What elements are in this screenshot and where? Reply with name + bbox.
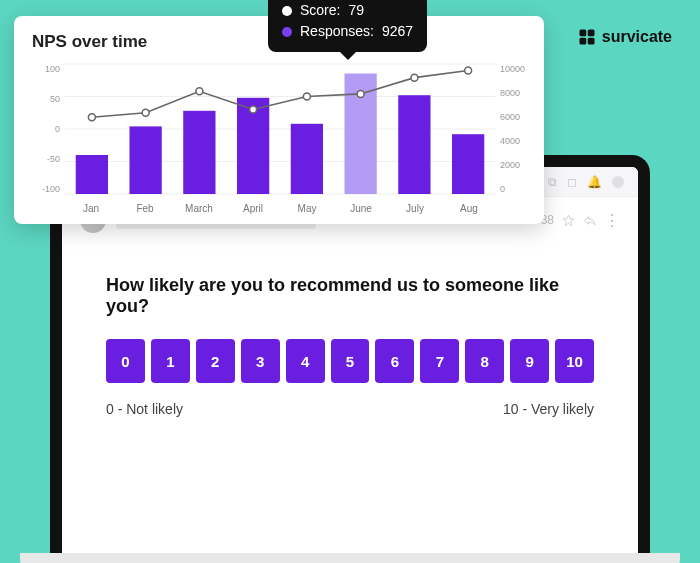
more-icon[interactable]: ⋮ (604, 211, 620, 230)
account-avatar-icon (612, 176, 624, 188)
y-left-tick: -50 (34, 154, 60, 164)
y-right-tick: 6000 (500, 112, 530, 122)
line-point[interactable] (250, 106, 257, 113)
tooltip-responses-value: 9267 (382, 21, 413, 42)
x-tick: Aug (442, 203, 496, 214)
line-point[interactable] (357, 90, 364, 97)
x-tick: Feb (118, 203, 172, 214)
nps-survey: How likely are you to recommend us to so… (62, 239, 638, 417)
anchor-low: 0 - Not likely (106, 401, 183, 417)
y-right-tick: 4000 (500, 136, 530, 146)
bar[interactable] (130, 126, 162, 194)
star-icon[interactable] (562, 214, 575, 227)
chart-svg (64, 64, 496, 214)
nps-option-4[interactable]: 4 (286, 339, 325, 383)
y-left-tick: 100 (34, 64, 60, 74)
y-left-tick: -100 (34, 184, 60, 194)
x-tick: June (334, 203, 388, 214)
bar[interactable] (183, 111, 215, 194)
chart-tooltip: Score: 79 Responses: 9267 (268, 0, 427, 52)
survicate-logo-icon (578, 28, 596, 46)
y-left-tick: 50 (34, 94, 60, 104)
y-right-tick: 8000 (500, 88, 530, 98)
brand-logo: survicate (578, 28, 672, 46)
responses-dot-icon (282, 27, 292, 37)
bar[interactable] (291, 124, 323, 194)
x-tick: Jan (64, 203, 118, 214)
laptop-base (20, 553, 680, 563)
svg-rect-3 (587, 38, 594, 45)
bar[interactable] (452, 134, 484, 194)
toolbar-icon: ◻ (567, 175, 577, 189)
nps-option-3[interactable]: 3 (241, 339, 280, 383)
nps-option-0[interactable]: 0 (106, 339, 145, 383)
svg-rect-2 (579, 38, 586, 45)
tooltip-score-label: Score: (300, 0, 340, 21)
nps-option-7[interactable]: 7 (420, 339, 459, 383)
x-tick: July (388, 203, 442, 214)
x-tick: May (280, 203, 334, 214)
nps-option-9[interactable]: 9 (510, 339, 549, 383)
svg-marker-4 (563, 215, 574, 226)
line-point[interactable] (411, 74, 418, 81)
bar[interactable] (76, 155, 108, 194)
nps-option-10[interactable]: 10 (555, 339, 594, 383)
y-left-tick: 0 (34, 124, 60, 134)
y-right-tick: 2000 (500, 160, 530, 170)
nps-option-2[interactable]: 2 (196, 339, 235, 383)
brand-name: survicate (602, 28, 672, 46)
nps-option-1[interactable]: 1 (151, 339, 190, 383)
y-right-tick: 10000 (500, 64, 530, 74)
anchor-high: 10 - Very likely (503, 401, 594, 417)
chart-area: 100500-50-100 1000080006000400020000 Jan… (64, 64, 496, 214)
line-point[interactable] (465, 67, 472, 74)
survey-question: How likely are you to recommend us to so… (106, 275, 594, 317)
x-tick: March (172, 203, 226, 214)
nps-scale: 012345678910 (106, 339, 594, 383)
nps-option-8[interactable]: 8 (465, 339, 504, 383)
nps-option-6[interactable]: 6 (375, 339, 414, 383)
toolbar-icon: ⧉ (548, 175, 557, 189)
score-dot-icon (282, 6, 292, 16)
tooltip-responses-label: Responses: (300, 21, 374, 42)
svg-rect-0 (579, 30, 586, 37)
svg-rect-1 (587, 30, 594, 37)
bell-icon: 🔔 (587, 175, 602, 189)
line-point[interactable] (142, 109, 149, 116)
reply-icon[interactable] (583, 214, 596, 227)
tooltip-score-value: 79 (348, 0, 364, 21)
nps-option-5[interactable]: 5 (331, 339, 370, 383)
line-point[interactable] (88, 114, 95, 121)
x-tick: April (226, 203, 280, 214)
bar[interactable] (398, 95, 430, 194)
line-point[interactable] (196, 88, 203, 95)
line-point[interactable] (303, 93, 310, 100)
y-right-tick: 0 (500, 184, 530, 194)
